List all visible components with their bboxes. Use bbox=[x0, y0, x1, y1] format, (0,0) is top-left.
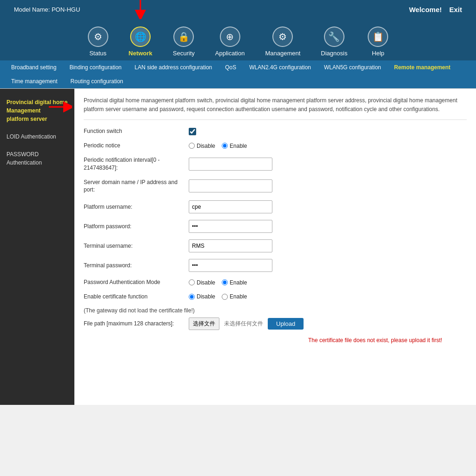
diagnosis-icon: 🔧 bbox=[324, 26, 344, 47]
application-icon: ⊕ bbox=[220, 26, 240, 47]
nav-label-help: Help bbox=[372, 50, 384, 57]
platform-username-input[interactable] bbox=[189, 200, 272, 213]
server-domain-row: Server domain name / IP address and port… bbox=[84, 178, 467, 194]
nav-label-management: Management bbox=[265, 50, 300, 57]
cert-enable-label[interactable]: Enable bbox=[222, 293, 247, 300]
sidebar-loid-label: LOID Authentication bbox=[7, 133, 56, 140]
nav-bar: ⚙ Status 🌐 Network 🔒 Security ⊕ Applicat… bbox=[0, 19, 476, 60]
no-file-label: 未选择任何文件 bbox=[224, 320, 263, 328]
cert-disable-radio[interactable] bbox=[189, 294, 195, 300]
terminal-password-label: Terminal password: bbox=[84, 262, 181, 270]
nav-label-diagnosis: Diagnosis bbox=[321, 50, 347, 57]
sidebar-item-provincial[interactable]: Provincial digital homeManagementplatfor… bbox=[0, 93, 74, 128]
nav-item-application[interactable]: ⊕ Application bbox=[205, 23, 255, 60]
enable-cert-row: Enable certificate function Disable Enab… bbox=[84, 293, 467, 301]
sidebar-item-loid[interactable]: LOID Authentication bbox=[0, 128, 74, 145]
subnav-time[interactable]: Time management bbox=[5, 74, 64, 88]
upload-button[interactable]: Upload bbox=[268, 318, 304, 330]
platform-password-label: Platform password: bbox=[84, 223, 181, 231]
subnav-wlan24[interactable]: WLAN2.4G configuration bbox=[243, 60, 317, 74]
nav-item-status[interactable]: ⚙ Status bbox=[78, 23, 119, 60]
terminal-username-input[interactable] bbox=[189, 239, 272, 252]
platform-username-label: Platform username: bbox=[84, 203, 181, 211]
subnav-routing[interactable]: Routing configuration bbox=[64, 74, 130, 88]
periodic-notice-row: Periodic notice Disable Enable bbox=[84, 142, 467, 150]
auth-mode-enable-radio[interactable] bbox=[222, 279, 228, 285]
password-auth-mode-label: Password Authentication Mode bbox=[84, 278, 181, 286]
auth-mode-disable-radio[interactable] bbox=[189, 279, 195, 285]
cert-note: (The gateway did not load the certificat… bbox=[84, 307, 467, 314]
nav-item-management[interactable]: ⚙ Management bbox=[255, 23, 311, 60]
server-domain-input[interactable] bbox=[189, 179, 272, 192]
periodic-enable-radio[interactable] bbox=[222, 143, 228, 149]
subnav-wlan5[interactable]: WLAN5G configuration bbox=[317, 60, 388, 74]
nav-label-status: Status bbox=[89, 50, 106, 57]
terminal-password-row: Terminal password: bbox=[84, 259, 467, 272]
main-layout: Provincial digital homeManagementplatfor… bbox=[0, 89, 476, 405]
nav-item-diagnosis[interactable]: 🔧 Diagnosis bbox=[311, 23, 357, 60]
enable-cert-radios: Disable Enable bbox=[189, 293, 247, 300]
cert-disable-label[interactable]: Disable bbox=[189, 293, 215, 300]
nav-item-help[interactable]: 📋 Help bbox=[357, 23, 398, 60]
platform-password-input[interactable] bbox=[189, 220, 272, 233]
auth-mode-enable-label[interactable]: Enable bbox=[222, 279, 247, 286]
nav-label-application: Application bbox=[215, 50, 245, 57]
terminal-username-row: Terminal username: bbox=[84, 239, 467, 252]
model-name: Model Name: PON-HGU bbox=[14, 6, 80, 13]
periodic-enable-label[interactable]: Enable bbox=[222, 143, 247, 149]
sidebar-password-label: PASSWORD Authentication bbox=[7, 151, 42, 166]
periodic-interval-label: Periodic notification interval[0 - 21474… bbox=[84, 156, 181, 172]
periodic-notice-label: Periodic notice bbox=[84, 142, 181, 150]
function-switch-checkbox[interactable] bbox=[189, 128, 196, 135]
nav-label-security: Security bbox=[173, 50, 195, 57]
periodic-interval-row: Periodic notification interval[0 - 21474… bbox=[84, 156, 467, 172]
subnav-qos[interactable]: QoS bbox=[218, 60, 243, 74]
content-area: Provincial digital home management platf… bbox=[74, 89, 476, 405]
terminal-password-input[interactable] bbox=[189, 259, 272, 272]
cert-error-message: The certificate file does not exist, ple… bbox=[284, 337, 467, 344]
management-icon: ⚙ bbox=[272, 26, 293, 47]
password-auth-mode-radios: Disable Enable bbox=[189, 279, 247, 286]
content-description: Provincial digital home management platf… bbox=[84, 96, 467, 120]
function-switch-label: Function switch bbox=[84, 127, 181, 135]
sidebar-item-password[interactable]: PASSWORD Authentication bbox=[0, 145, 74, 172]
password-auth-mode-row: Password Authentication Mode Disable Ena… bbox=[84, 278, 467, 286]
periodic-interval-input[interactable]: 43200 bbox=[189, 158, 272, 171]
welcome-text: Welcome! bbox=[409, 6, 442, 13]
subnav-lan[interactable]: LAN side address configuration bbox=[128, 60, 218, 74]
nav-item-network[interactable]: 🌐 Network bbox=[119, 23, 163, 60]
server-domain-label: Server domain name / IP address and port… bbox=[84, 178, 181, 194]
function-switch-row: Function switch bbox=[84, 127, 467, 135]
auth-mode-disable-label[interactable]: Disable bbox=[189, 279, 215, 286]
cert-enable-radio[interactable] bbox=[222, 294, 228, 300]
status-icon: ⚙ bbox=[88, 26, 108, 47]
choose-file-button[interactable]: 选择文件 bbox=[189, 317, 219, 330]
file-path-label: File path [maximum 128 characters]: bbox=[84, 320, 181, 328]
enable-cert-label: Enable certificate function bbox=[84, 293, 181, 301]
sidebar-provincial-label: Provincial digital homeManagementplatfor… bbox=[7, 99, 67, 122]
terminal-username-label: Terminal username: bbox=[84, 242, 181, 250]
exit-link[interactable]: Exit bbox=[449, 6, 462, 13]
nav-item-security[interactable]: 🔒 Security bbox=[163, 23, 205, 60]
platform-username-row: Platform username: bbox=[84, 200, 467, 213]
security-icon: 🔒 bbox=[173, 26, 194, 47]
subnav-broadband[interactable]: Broadband setting bbox=[5, 60, 63, 74]
help-icon: 📋 bbox=[368, 26, 388, 47]
file-path-row: File path [maximum 128 characters]: 选择文件… bbox=[84, 317, 467, 330]
network-icon: 🌐 bbox=[130, 26, 151, 47]
subnav-remote[interactable]: Remote management bbox=[388, 60, 457, 74]
periodic-disable-label[interactable]: Disable bbox=[189, 143, 215, 149]
sidebar: Provincial digital homeManagementplatfor… bbox=[0, 89, 74, 405]
periodic-notice-radios: Disable Enable bbox=[189, 143, 247, 149]
platform-password-row: Platform password: bbox=[84, 220, 467, 233]
periodic-disable-radio[interactable] bbox=[189, 143, 195, 149]
sub-nav: Broadband setting Binding configuration … bbox=[0, 60, 476, 89]
upload-section: 选择文件 未选择任何文件 Upload bbox=[189, 317, 304, 330]
subnav-binding[interactable]: Binding configuration bbox=[63, 60, 128, 74]
page-header: Model Name: PON-HGU Welcome! Exit bbox=[0, 0, 476, 19]
nav-label-network: Network bbox=[129, 50, 152, 57]
